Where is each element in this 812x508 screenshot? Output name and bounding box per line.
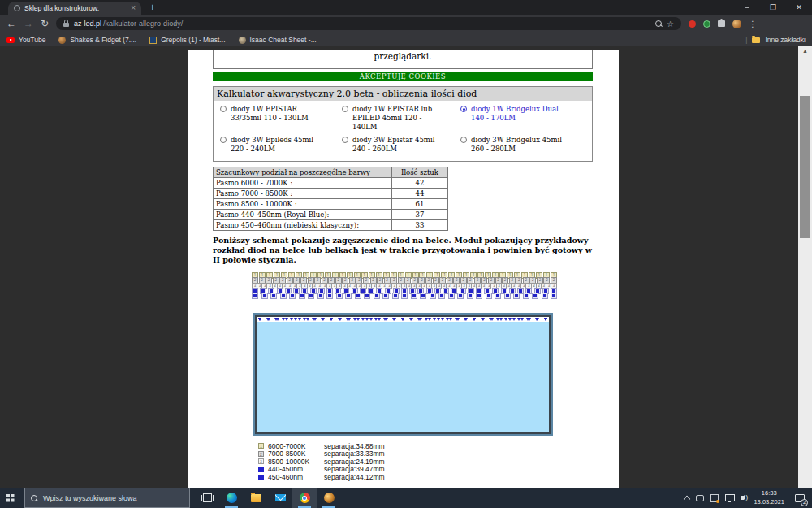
bookmark-item[interactable]: Isaac Cheat Sheet -...: [239, 36, 317, 44]
band-label-cell: Pasmo 8500 - 10000K :: [214, 199, 392, 210]
radio-button[interactable]: [342, 137, 348, 143]
option-label: diody 3W Epistar 45mil 240 - 260LM: [352, 136, 448, 154]
taskbar-clock[interactable]: 16:33 13.03.2021: [754, 489, 784, 506]
legend-label: 450-460nm: [268, 473, 320, 481]
scrollbar-thumb[interactable]: [800, 96, 810, 238]
diode-blue: [392, 293, 399, 299]
cookie-notice-box: przeglądarki.: [213, 50, 593, 69]
color-bands-table: Szacunkowy podział na poszczególne barwy…: [213, 167, 448, 231]
band-label-cell: Pasmo 7000 - 8500K :: [214, 189, 392, 199]
youtube-icon: [6, 37, 15, 43]
bookmark-item[interactable]: Grepolis (1) - Miast...: [149, 36, 225, 44]
other-bookmarks[interactable]: | Inne zakładki: [745, 36, 806, 44]
bookmark-star-icon[interactable]: ☆: [667, 20, 674, 28]
diode-option[interactable]: diody 3W Bridgelux 45mil 260 - 280LM: [460, 136, 590, 154]
diode-option[interactable]: diody 1W Bridgelux Dual 140 - 170LM: [460, 105, 590, 132]
diode-blue: [252, 293, 258, 299]
table-header-count: Ilość sztuk: [392, 167, 448, 178]
address-bar[interactable]: az-led.pl/kalkulator-allegro-diody/ ☆: [56, 17, 681, 30]
diode-option[interactable]: diody 3W Epileds 45mil 220 - 240LM: [220, 136, 342, 154]
adblock-extension-icon[interactable]: [689, 20, 696, 28]
bookmark-item[interactable]: YouTube: [6, 36, 45, 44]
diode-blue: [542, 293, 548, 299]
diode-option[interactable]: diody 3W Epistar 45mil 240 - 260LM: [342, 136, 460, 154]
profile-avatar[interactable]: [732, 20, 741, 28]
accept-cookies-button[interactable]: AKCEPTUJĘ COOKIES: [213, 72, 593, 81]
option-label: diody 1W Bridgelux Dual 140 - 170LM: [471, 105, 567, 123]
diode-blue: [270, 293, 277, 299]
diode-position-mark: [306, 318, 309, 321]
aquarium-tank: [255, 315, 551, 434]
taskbar-search-input[interactable]: Wpisz tu wyszukiwane słowa: [24, 488, 190, 508]
taskbar-apps: [195, 488, 341, 508]
chevron-up-icon[interactable]: [684, 495, 690, 501]
diode-blue: [438, 293, 445, 299]
task-view-button[interactable]: [195, 488, 219, 508]
close-button[interactable]: ✕: [786, 0, 812, 15]
menu-kebab-icon[interactable]: ⋮: [749, 20, 757, 28]
page-viewport: przeglądarki. AKCEPTUJĘ COOKIES Kalkulat…: [0, 46, 812, 488]
tab-strip: Sklep dla konstruktorow. × + – ❐ ✕: [0, 0, 812, 15]
diode-blue: [401, 293, 408, 299]
bookmark-label: Shakes & Fidget (7....: [70, 36, 136, 44]
radio-button[interactable]: [220, 106, 227, 112]
diode-blue: [467, 293, 473, 299]
diode-position-mark: [361, 318, 365, 321]
diode-option[interactable]: diody 1W EPISTAR lub EPILED 45mil 120 - …: [342, 105, 460, 132]
update-icon[interactable]: [710, 494, 719, 502]
tab-close-icon[interactable]: ×: [131, 4, 136, 12]
diode-position-mark: [392, 318, 395, 321]
maximize-button[interactable]: ❐: [760, 0, 786, 15]
network-icon[interactable]: [725, 494, 735, 501]
diode-position-mark: [312, 318, 315, 321]
table-row: Pasmo 450–460nm (niebieski klasyczny):33: [214, 220, 448, 231]
radio-button[interactable]: [460, 106, 467, 112]
extensions-puzzle-icon[interactable]: [718, 20, 725, 27]
diode-position-mark: [258, 318, 261, 321]
search-icon[interactable]: [655, 20, 662, 27]
minimize-button[interactable]: –: [734, 0, 760, 15]
file-explorer-button[interactable]: [244, 488, 268, 508]
search-placeholder: Wpisz tu wyszukiwane słowa: [43, 494, 137, 502]
diode-position-mark: [330, 318, 333, 321]
radio-button[interactable]: [220, 137, 227, 143]
table-row: Pasmo 6000 - 7000K :42: [214, 178, 448, 189]
radio-button[interactable]: [460, 137, 467, 143]
chrome-button[interactable]: [292, 488, 317, 508]
diode-blue: [345, 293, 352, 299]
diode-position-mark: [490, 318, 494, 321]
privacy-extension-icon[interactable]: [703, 20, 710, 28]
band-label-cell: Pasmo 440–450nm (Royal Blue):: [214, 210, 392, 220]
back-button[interactable]: ←: [6, 19, 16, 28]
refresh-button[interactable]: ↻: [41, 19, 49, 28]
diode-position-mark: [499, 318, 503, 321]
diode-blue: [513, 293, 520, 299]
scrollbar-up-icon[interactable]: ▲: [798, 48, 812, 54]
onedrive-icon[interactable]: [696, 495, 704, 501]
radio-button[interactable]: [342, 106, 348, 112]
globe-favicon-icon: [14, 5, 20, 11]
page-scrollbar[interactable]: ▲: [798, 46, 812, 488]
file-explorer-icon: [251, 494, 261, 502]
diode-position-mark: [473, 318, 476, 321]
start-button[interactable]: [0, 488, 24, 508]
diode-blue-swatch: [258, 475, 264, 480]
browser-tab[interactable]: Sklep dla konstruktorow. ×: [8, 2, 141, 15]
mail-button[interactable]: [268, 488, 292, 508]
diode-position-mark: [517, 318, 520, 321]
option-label: diody 3W Epileds 45mil 220 - 240LM: [231, 136, 326, 154]
legend-row: 440-450nmseparacja:39.47mm: [258, 466, 593, 474]
diode-option[interactable]: diody 1W EPISTAR 33/35mil 110 - 130LM: [220, 105, 342, 132]
calculator-title: Kalkulator akwarystyczny 2.0 beta - obli…: [214, 87, 592, 101]
mail-icon: [275, 494, 286, 501]
edge-button[interactable]: [219, 488, 244, 508]
diode-options-grid: diody 1W EPISTAR 33/35mil 110 - 130LMdio…: [214, 101, 592, 161]
action-center-button[interactable]: 2: [791, 488, 809, 508]
diode-position-mark: [356, 318, 360, 321]
bookmark-item[interactable]: Shakes & Fidget (7....: [58, 36, 136, 44]
new-tab-button[interactable]: +: [149, 1, 156, 13]
volume-icon[interactable]: [741, 496, 744, 500]
legend-label: 6000-7000K: [268, 442, 320, 450]
game-button[interactable]: [317, 488, 341, 508]
diode-blue: [551, 293, 557, 299]
